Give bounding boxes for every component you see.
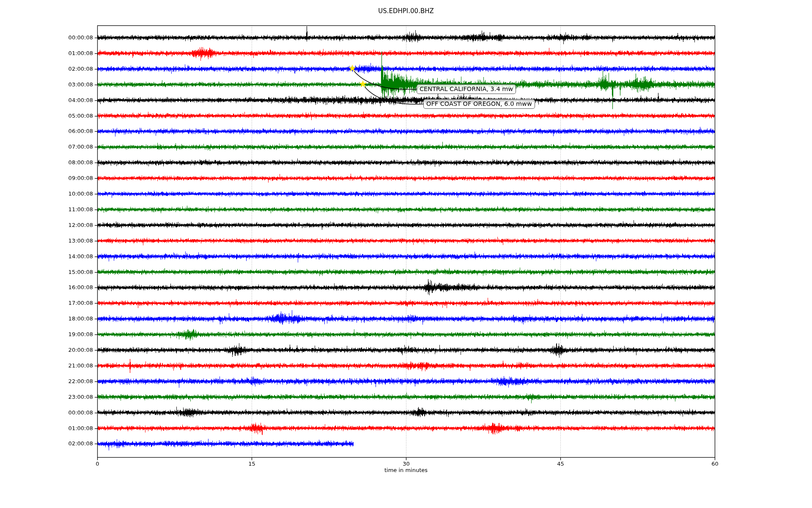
annotation-central-california: CENTRAL CALIFORNIA, 3.4 mw — [417, 84, 516, 94]
seismogram-plot-canvas — [0, 0, 812, 508]
event-marker-star-icon: ★ — [348, 64, 357, 73]
seismogram-page: US.EDHPI.00.BHZ time in minutes ★ ★ CENT… — [0, 0, 812, 508]
page-title: US.EDHPI.00.BHZ — [97, 7, 715, 15]
annotation-off-coast-oregon: OFF COAST OF OREGON, 6.0 mww — [423, 99, 535, 109]
x-axis-label: time in minutes — [97, 467, 715, 473]
event-marker-star-icon: ★ — [359, 79, 368, 89]
